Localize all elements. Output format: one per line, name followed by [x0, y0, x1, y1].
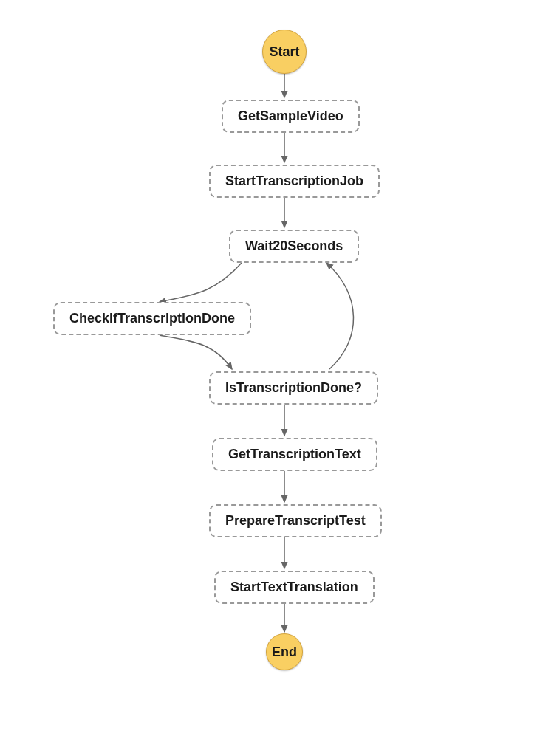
step-label: GetSampleVideo — [238, 109, 343, 123]
step-get-sample-video: GetSampleVideo — [222, 100, 360, 133]
start-label: Start — [269, 44, 299, 60]
step-wait-20-seconds: Wait20Seconds — [229, 230, 359, 263]
start-node: Start — [262, 30, 307, 74]
state-machine-diagram: Start GetSampleVideo StartTranscriptionJ… — [0, 0, 554, 756]
step-label: Wait20Seconds — [245, 238, 343, 253]
step-start-text-translation: StartTextTranslation — [214, 571, 375, 604]
step-prepare-transcript-test: PrepareTranscriptTest — [209, 504, 382, 537]
step-label: IsTranscriptionDone? — [225, 380, 362, 395]
step-start-transcription-job: StartTranscriptionJob — [209, 165, 380, 198]
step-get-transcription-text: GetTranscriptionText — [212, 438, 377, 471]
step-label: GetTranscriptionText — [228, 447, 361, 461]
step-label: StartTextTranslation — [230, 580, 358, 594]
step-label: PrepareTranscriptTest — [225, 513, 366, 528]
end-label: End — [272, 645, 297, 660]
step-check-if-transcription-done: CheckIfTranscriptionDone — [53, 302, 251, 335]
end-node: End — [266, 633, 303, 670]
step-is-transcription-done: IsTranscriptionDone? — [209, 371, 378, 405]
step-label: StartTranscriptionJob — [225, 173, 363, 188]
step-label: CheckIfTranscriptionDone — [69, 311, 235, 326]
